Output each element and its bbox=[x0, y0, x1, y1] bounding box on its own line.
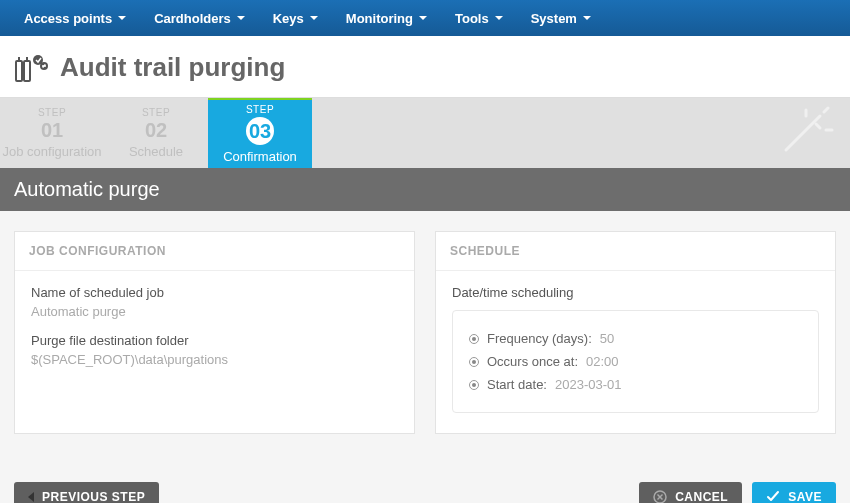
nav-label: Access points bbox=[24, 11, 112, 26]
footer-bar: PREVIOUS STEP CANCEL SAVE bbox=[0, 474, 850, 503]
audit-purge-icon bbox=[14, 53, 48, 83]
wizard-steps: STEP 01 Job configuration STEP 02 Schedu… bbox=[0, 98, 850, 168]
subheader: Automatic purge bbox=[0, 168, 850, 211]
schedule-value: 02:00 bbox=[586, 354, 619, 369]
bullet-icon bbox=[469, 334, 479, 344]
schedule-label: Frequency (days): bbox=[487, 331, 592, 346]
step-name: Schedule bbox=[129, 144, 183, 159]
button-label: SAVE bbox=[788, 490, 822, 503]
step-job-configuration[interactable]: STEP 01 Job configuration bbox=[0, 98, 104, 168]
schedule-panel: SCHEDULE Date/time scheduling Frequency … bbox=[435, 231, 836, 434]
schedule-group-label: Date/time scheduling bbox=[452, 285, 819, 300]
step-label: STEP bbox=[246, 104, 274, 115]
chevron-down-icon bbox=[495, 16, 503, 20]
nav-cardholders[interactable]: Cardholders bbox=[140, 0, 259, 36]
schedule-group: Frequency (days): 50 Occurs once at: 02:… bbox=[452, 310, 819, 413]
check-icon bbox=[766, 490, 780, 503]
chevron-left-icon bbox=[28, 492, 34, 502]
schedule-row-frequency: Frequency (days): 50 bbox=[469, 331, 802, 346]
chevron-down-icon bbox=[419, 16, 427, 20]
step-number: 02 bbox=[145, 120, 167, 140]
nav-access-points[interactable]: Access points bbox=[10, 0, 140, 36]
chevron-down-icon bbox=[310, 16, 318, 20]
button-label: PREVIOUS STEP bbox=[42, 490, 145, 503]
schedule-label: Occurs once at: bbox=[487, 354, 578, 369]
step-number: 03 bbox=[246, 117, 274, 145]
svg-rect-1 bbox=[24, 61, 30, 81]
schedule-value: 2023-03-01 bbox=[555, 377, 622, 392]
step-schedule[interactable]: STEP 02 Schedule bbox=[104, 98, 208, 168]
wand-icon bbox=[776, 106, 836, 163]
bullet-icon bbox=[469, 380, 479, 390]
cancel-icon bbox=[653, 490, 667, 503]
svg-line-9 bbox=[824, 108, 828, 112]
button-label: CANCEL bbox=[675, 490, 728, 503]
cancel-button[interactable]: CANCEL bbox=[639, 482, 742, 503]
right-button-group: CANCEL SAVE bbox=[639, 482, 836, 503]
panel-body: Name of scheduled job Automatic purge Pu… bbox=[15, 271, 414, 401]
step-name: Job configuration bbox=[2, 144, 101, 159]
nav-monitoring[interactable]: Monitoring bbox=[332, 0, 441, 36]
nav-label: Monitoring bbox=[346, 11, 413, 26]
previous-step-button[interactable]: PREVIOUS STEP bbox=[14, 482, 159, 503]
nav-label: Tools bbox=[455, 11, 489, 26]
schedule-label: Start date: bbox=[487, 377, 547, 392]
chevron-down-icon bbox=[118, 16, 126, 20]
folder-value: $(SPACE_ROOT)\data\purgations bbox=[31, 352, 398, 367]
step-confirmation[interactable]: STEP 03 Confirmation bbox=[208, 98, 312, 168]
panel-header: SCHEDULE bbox=[436, 232, 835, 271]
step-name: Confirmation bbox=[223, 149, 297, 164]
content-area: JOB CONFIGURATION Name of scheduled job … bbox=[0, 211, 850, 474]
svg-rect-0 bbox=[16, 61, 22, 81]
nav-label: Cardholders bbox=[154, 11, 231, 26]
panel-body: Date/time scheduling Frequency (days): 5… bbox=[436, 271, 835, 433]
svg-line-8 bbox=[786, 116, 820, 150]
chevron-down-icon bbox=[583, 16, 591, 20]
save-button[interactable]: SAVE bbox=[752, 482, 836, 503]
nav-label: System bbox=[531, 11, 577, 26]
bullet-icon bbox=[469, 357, 479, 367]
svg-line-12 bbox=[816, 124, 820, 128]
step-label: STEP bbox=[142, 107, 170, 118]
nav-tools[interactable]: Tools bbox=[441, 0, 517, 36]
schedule-row-startdate: Start date: 2023-03-01 bbox=[469, 377, 802, 392]
page-title: Audit trail purging bbox=[60, 52, 285, 83]
chevron-down-icon bbox=[237, 16, 245, 20]
step-label: STEP bbox=[38, 107, 66, 118]
job-name-label: Name of scheduled job bbox=[31, 285, 398, 300]
nav-label: Keys bbox=[273, 11, 304, 26]
step-number: 01 bbox=[41, 120, 63, 140]
job-name-value: Automatic purge bbox=[31, 304, 398, 319]
job-configuration-panel: JOB CONFIGURATION Name of scheduled job … bbox=[14, 231, 415, 434]
nav-system[interactable]: System bbox=[517, 0, 605, 36]
folder-label: Purge file destination folder bbox=[31, 333, 398, 348]
page-title-bar: Audit trail purging bbox=[0, 36, 850, 98]
schedule-value: 50 bbox=[600, 331, 614, 346]
panel-header: JOB CONFIGURATION bbox=[15, 232, 414, 271]
nav-keys[interactable]: Keys bbox=[259, 0, 332, 36]
top-nav: Access points Cardholders Keys Monitorin… bbox=[0, 0, 850, 36]
schedule-row-occurs: Occurs once at: 02:00 bbox=[469, 354, 802, 369]
